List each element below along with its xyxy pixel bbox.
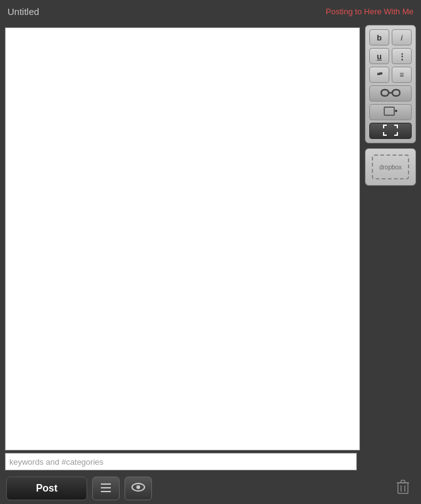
image-icon — [384, 105, 397, 120]
sidebar-container: b i u ⋮ ❝❞ ≡ — [365, 25, 416, 450]
posting-label: Posting to Here With Me — [326, 7, 414, 16]
center-button[interactable]: ⋮ — [392, 48, 412, 64]
preview-icon — [131, 482, 146, 495]
underline-button[interactable]: u — [369, 48, 389, 64]
keywords-bar — [0, 450, 421, 473]
list-label: ≡ — [399, 70, 404, 79]
link-icon — [381, 87, 400, 100]
middle-section: b i u ⋮ ❝❞ ≡ — [0, 22, 421, 450]
list-view-icon — [100, 482, 112, 495]
italic-label: i — [401, 33, 403, 42]
list-button[interactable]: ≡ — [392, 67, 412, 83]
svg-rect-3 — [384, 107, 394, 115]
svg-rect-13 — [401, 480, 405, 483]
trash-button[interactable] — [391, 477, 415, 500]
dropbox-area[interactable]: dropbox — [365, 148, 416, 186]
dropbox-inner: dropbox — [372, 155, 409, 179]
blockquote-label: ❝❞ — [377, 72, 382, 78]
fullscreen-icon — [383, 125, 398, 138]
bottom-toolbar: Post — [0, 473, 421, 504]
underline-label: u — [377, 52, 382, 61]
app-header: Untitled Posting to Here With Me — [0, 0, 421, 22]
bold-button[interactable]: b — [369, 29, 389, 45]
fullscreen-button[interactable] — [369, 123, 412, 139]
center-label: ⋮ — [398, 52, 406, 61]
italic-button[interactable]: i — [392, 29, 412, 45]
preview-button[interactable] — [125, 477, 152, 500]
list-view-button[interactable] — [92, 477, 120, 500]
editor-textarea[interactable] — [5, 27, 360, 450]
app-title: Untitled — [7, 6, 39, 17]
formatting-toolbar: b i u ⋮ ❝❞ ≡ — [365, 25, 416, 143]
link-button[interactable] — [369, 85, 412, 102]
content-wrapper: b i u ⋮ ❝❞ ≡ — [0, 22, 421, 504]
image-button[interactable] — [369, 104, 412, 120]
post-button[interactable]: Post — [6, 477, 87, 500]
editor-container — [5, 25, 360, 450]
svg-point-10 — [136, 485, 140, 489]
svg-rect-11 — [398, 483, 408, 493]
svg-rect-1 — [392, 90, 400, 96]
blockquote-button[interactable]: ❝❞ — [369, 67, 389, 83]
post-label: Post — [36, 483, 58, 494]
bold-label: b — [377, 33, 382, 42]
dropbox-label: dropbox — [379, 164, 402, 171]
trash-icon — [397, 480, 409, 498]
svg-rect-0 — [381, 90, 389, 96]
keywords-input[interactable] — [5, 453, 357, 470]
